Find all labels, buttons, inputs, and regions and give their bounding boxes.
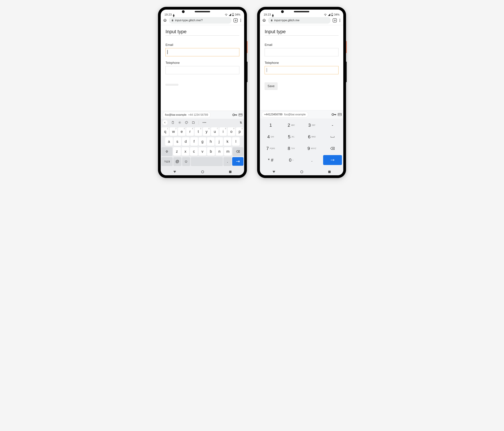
more-icon[interactable]: ••• [203, 121, 207, 124]
key-c[interactable]: c [190, 147, 198, 156]
home-icon[interactable] [163, 19, 167, 22]
numkey-1[interactable]: 1 [261, 120, 280, 130]
nav-back-icon[interactable] [272, 171, 275, 173]
numkey-5[interactable]: 5JKL [282, 132, 301, 142]
key-v[interactable]: v [198, 147, 206, 156]
page-content: Input type Email Telephone Save [260, 25, 343, 110]
numkey-del[interactable] [323, 143, 342, 153]
key-a[interactable]: a [165, 137, 173, 146]
url-bar[interactable]: input-type.glitch.me [268, 17, 331, 24]
keyboard-back-button[interactable] [162, 120, 168, 125]
at-key[interactable]: @ [173, 157, 181, 166]
shift-key[interactable] [161, 147, 172, 156]
numkey-* #[interactable]: * # [261, 155, 280, 165]
numkey-9[interactable]: 9WXYZ [302, 143, 321, 153]
screen-left: 19:23 34% input-type.glitch.me/? :D Inpu [161, 9, 244, 175]
hourglass-icon [173, 14, 175, 16]
suggestion-email: foo@bar.example [284, 113, 306, 116]
numkey-4[interactable]: 4GHI [261, 132, 280, 142]
key-i[interactable]: i8 [219, 127, 227, 136]
nav-back-icon[interactable] [173, 171, 176, 173]
telephone-field[interactable] [165, 66, 239, 74]
period-key[interactable]: . [224, 157, 232, 166]
key-j[interactable]: j [215, 137, 223, 146]
save-button[interactable]: Save [265, 83, 278, 90]
numkey-0[interactable]: 0+ [282, 155, 301, 165]
key-x[interactable]: x [181, 147, 189, 156]
url-bar[interactable]: input-type.glitch.me/? [169, 17, 232, 24]
numkey-2[interactable]: 2ABC [282, 120, 301, 130]
clipboard-icon[interactable] [171, 121, 174, 124]
save-button[interactable]: Save [165, 84, 178, 85]
mic-off-icon[interactable] [239, 121, 243, 124]
key-l[interactable]: l [232, 137, 240, 146]
email-field[interactable] [265, 48, 339, 56]
palette-icon[interactable] [185, 121, 188, 124]
autofill-suggestion[interactable]: +44123456789 foo@bar.example [261, 112, 308, 118]
numkey-enter[interactable] [323, 155, 342, 165]
gear-icon[interactable] [178, 121, 181, 124]
numkey-8[interactable]: 8TUV [282, 143, 301, 153]
key-g[interactable]: g [199, 137, 206, 146]
telephone-label: Telephone [265, 61, 339, 65]
numkey-.[interactable]: . [302, 155, 321, 165]
key-e[interactable]: e3 [178, 127, 186, 136]
card-icon[interactable] [239, 113, 243, 116]
key-t[interactable]: t5 [195, 127, 202, 136]
overflow-menu-icon[interactable] [339, 18, 341, 23]
email-label: Email [165, 43, 239, 47]
suggestion-phone: +44 1234 56789 [188, 113, 208, 116]
key-f[interactable]: f [190, 137, 198, 146]
wifi-icon [324, 14, 327, 16]
key-b[interactable]: b [207, 147, 215, 156]
nav-recents-icon[interactable] [328, 171, 331, 173]
key-q[interactable]: q1 [161, 127, 169, 136]
nav-recents-icon[interactable] [229, 171, 232, 173]
key-k[interactable]: k [224, 137, 231, 146]
page-title: Input type [265, 29, 339, 36]
nav-home-icon[interactable] [201, 170, 204, 173]
card-icon[interactable] [338, 113, 342, 116]
emoji-key[interactable]: ☺ [182, 157, 190, 166]
key-h[interactable]: h [207, 137, 215, 146]
key-z[interactable]: z [173, 147, 181, 156]
key-y[interactable]: y6 [203, 127, 210, 136]
email-label: Email [265, 43, 339, 47]
home-icon[interactable] [262, 19, 266, 22]
key-d[interactable]: d [182, 137, 189, 146]
numkey-7[interactable]: 7PQRS [261, 143, 280, 153]
svg-rect-3 [236, 114, 237, 115]
tabs-button[interactable]: :D [333, 18, 337, 22]
cell-signal-icon [229, 14, 231, 16]
telephone-field[interactable] [265, 66, 339, 74]
key-r[interactable]: r4 [186, 127, 194, 136]
enter-key[interactable] [232, 157, 243, 166]
space-key[interactable] [191, 157, 223, 166]
numkey-space[interactable] [323, 132, 342, 142]
key-w[interactable]: w2 [170, 127, 177, 136]
numkey-6[interactable]: 6MNO [302, 132, 321, 142]
numkey-3[interactable]: 3DEF [302, 120, 321, 130]
key-s[interactable]: s [173, 137, 181, 146]
autofill-suggestion[interactable]: foo@bar.example +44 1234 56789 [162, 112, 211, 118]
numkey--[interactable]: - [323, 120, 342, 130]
autofill-suggestion-row: foo@bar.example +44 1234 56789 [161, 111, 244, 119]
key-icon[interactable] [233, 113, 237, 116]
hourglass-icon [272, 14, 274, 16]
key-n[interactable]: n [216, 147, 224, 156]
key-m[interactable]: m [224, 147, 232, 156]
phone-frame-left: 19:23 34% input-type.glitch.me/? :D Inpu [158, 7, 247, 178]
backspace-key[interactable] [233, 147, 243, 156]
key-u[interactable]: u7 [211, 127, 218, 136]
sticker-icon[interactable] [192, 121, 195, 124]
symbols-key[interactable]: ?123 [161, 157, 173, 166]
keyboard-toolbar: ••• [161, 119, 244, 126]
tabs-button[interactable]: :D [234, 18, 238, 22]
email-field[interactable] [165, 48, 239, 56]
android-navbar [161, 169, 244, 175]
key-icon[interactable] [332, 113, 336, 116]
overflow-menu-icon[interactable] [240, 18, 242, 23]
key-p[interactable]: p0 [236, 127, 243, 136]
nav-home-icon[interactable] [300, 170, 303, 173]
key-o[interactable]: o9 [227, 127, 235, 136]
